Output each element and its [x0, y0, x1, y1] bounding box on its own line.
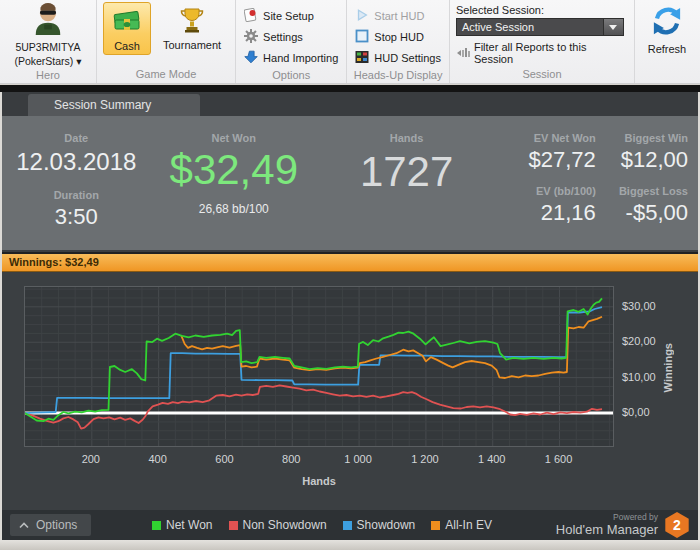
- cash-icon: [112, 7, 142, 37]
- ev-bb100-label: EV (bb/100): [536, 185, 596, 197]
- winnings-header-bar: Winnings: $32,49: [2, 252, 698, 272]
- tab-session-summary[interactable]: Session Summary: [28, 94, 200, 116]
- ev-net-won-value: $27,72: [529, 147, 596, 173]
- chart-footer-bar: Options Net WonNon ShowdownShowdownAll-I…: [2, 510, 698, 540]
- start-hud-menu-item[interactable]: Start HUD: [353, 5, 443, 26]
- hands-value: 1727: [325, 148, 488, 196]
- session-dropdown-value: Active Session: [457, 19, 603, 35]
- ribbon-toolbar: 5UP3RMITYA (PokerStars) ▾ Hero: [0, 0, 700, 84]
- hero-name-line2: (PokerStars) ▾: [14, 55, 81, 68]
- window-frame-bottom: [0, 540, 700, 550]
- legend-swatch: [343, 521, 352, 530]
- hero-name-line1: 5UP3RMITYA: [15, 41, 80, 54]
- filter-reports-menu-item[interactable]: Filter all Reports to this Session: [456, 41, 628, 65]
- game-mode-group-label: Game Mode: [103, 67, 229, 83]
- session-dropdown[interactable]: Active Session: [456, 18, 624, 36]
- hero-button[interactable]: 5UP3RMITYA (PokerStars) ▾: [6, 2, 90, 68]
- legend-item-showdown[interactable]: Showdown: [343, 518, 416, 532]
- refresh-button[interactable]: Refresh: [641, 2, 693, 83]
- hud-settings-icon: [355, 50, 369, 66]
- session-stats-panel: Date 12.03.2018 Duration 3:50 Net Won $3…: [2, 116, 698, 250]
- ribbon-group-refresh: Refresh: [635, 0, 699, 83]
- biggest-win-label: Biggest Win: [625, 132, 688, 144]
- hud-settings-menu-item[interactable]: HUD Settings: [353, 47, 443, 68]
- x-tick-label: 1 200: [395, 453, 455, 465]
- ribbon-group-hero: 5UP3RMITYA (PokerStars) ▾ Hero: [0, 0, 97, 83]
- refresh-label: Refresh: [648, 43, 687, 55]
- tournament-button-label: Tournament: [163, 39, 221, 51]
- x-tick-label: 1 600: [529, 453, 589, 465]
- ribbon-group-session: Selected Session: Active Session: [450, 0, 635, 83]
- session-dropdown-button[interactable]: [603, 19, 623, 35]
- settings-menu-item[interactable]: Settings: [242, 26, 340, 47]
- net-won-label: Net Won: [143, 132, 325, 144]
- stop-hud-menu-item[interactable]: Stop HUD: [353, 26, 443, 47]
- site-setup-icon: [244, 8, 258, 24]
- site-setup-menu-item[interactable]: Site Setup: [242, 5, 340, 26]
- stop-hud-label: Stop HUD: [374, 31, 424, 43]
- filter-reports-label: Filter all Reports to this Session: [474, 41, 628, 65]
- ribbon-group-game-mode: Cash Tournament: [97, 0, 236, 83]
- legend-label: All-In EV: [445, 518, 492, 532]
- legend-item-all-in-ev[interactable]: All-In EV: [431, 518, 492, 532]
- biggest-loss-value: -$5,00: [626, 200, 688, 226]
- ev-net-won-label: EV Net Won: [534, 132, 596, 144]
- x-tick-label: 400: [128, 453, 188, 465]
- refresh-icon: [652, 6, 682, 40]
- x-tick-label: 1 000: [328, 453, 388, 465]
- winnings-chart: [25, 287, 613, 446]
- start-hud-label: Start HUD: [374, 10, 424, 22]
- tournament-button[interactable]: Tournament: [155, 2, 229, 53]
- hm2-logo: 2: [664, 512, 690, 538]
- stop-icon: [355, 29, 369, 45]
- selected-session-label: Selected Session:: [456, 4, 628, 16]
- play-icon: [355, 8, 369, 24]
- cash-button-label: Cash: [114, 40, 140, 52]
- legend-label: Showdown: [357, 518, 416, 532]
- app-window: 5UP3RMITYA (PokerStars) ▾ Hero: [0, 0, 700, 550]
- x-tick-label: 1 400: [462, 453, 522, 465]
- site-setup-label: Site Setup: [263, 10, 314, 22]
- net-won-bb100: 26,68 bb/100: [143, 202, 325, 216]
- x-axis-title: Hands: [24, 475, 614, 487]
- options-button-label: Options: [36, 518, 77, 532]
- x-tick-label: 600: [194, 453, 254, 465]
- filter-chart-icon: [456, 46, 470, 60]
- legend-swatch: [229, 521, 238, 530]
- date-label: Date: [10, 132, 143, 144]
- session-group-label: Session: [456, 67, 628, 83]
- options-group-label: Options: [242, 68, 340, 84]
- legend-item-non-showdown[interactable]: Non Showdown: [229, 518, 327, 532]
- hand-importing-menu-item[interactable]: Hand Importing: [242, 47, 340, 68]
- main-content: Session Summary Date 12.03.2018 Duration…: [2, 92, 698, 540]
- duration-label: Duration: [10, 189, 143, 201]
- trophy-icon: [179, 6, 205, 36]
- settings-label: Settings: [263, 31, 303, 43]
- biggest-win-value: $12,00: [621, 147, 688, 173]
- hud-group-label: Heads-Up Display: [353, 68, 443, 84]
- legend-swatch: [431, 521, 440, 530]
- duration-value: 3:50: [10, 204, 143, 230]
- options-button[interactable]: Options: [10, 514, 91, 536]
- biggest-loss-label: Biggest Loss: [619, 185, 688, 197]
- ribbon-group-hud: Start HUD Stop HUD: [347, 0, 450, 83]
- legend-item-net-won[interactable]: Net Won: [152, 518, 212, 532]
- winnings-chart-panel: $0,00$10,00$20,00$30,002004006008001 000…: [2, 273, 698, 510]
- hud-settings-label: HUD Settings: [374, 52, 441, 64]
- ev-bb100-value: 21,16: [541, 200, 596, 226]
- powered-by-block: Powered by Hold'em Manager 2: [556, 512, 690, 538]
- gear-icon: [244, 29, 258, 45]
- hands-label: Hands: [325, 132, 488, 144]
- legend-label: Net Won: [166, 518, 212, 532]
- import-arrow-icon: [244, 50, 258, 66]
- x-tick-label: 800: [261, 453, 321, 465]
- cash-button[interactable]: Cash: [103, 2, 151, 55]
- brand-name: Hold'em Manager: [556, 523, 658, 537]
- legend-label: Non Showdown: [243, 518, 327, 532]
- x-tick-label: 200: [61, 453, 121, 465]
- date-value: 12.03.2018: [10, 148, 143, 176]
- net-won-value: $32,49: [143, 146, 325, 194]
- chevron-up-icon: [19, 518, 29, 532]
- chart-legend: Net WonNon ShowdownShowdownAll-In EV: [152, 518, 492, 532]
- legend-swatch: [152, 521, 161, 530]
